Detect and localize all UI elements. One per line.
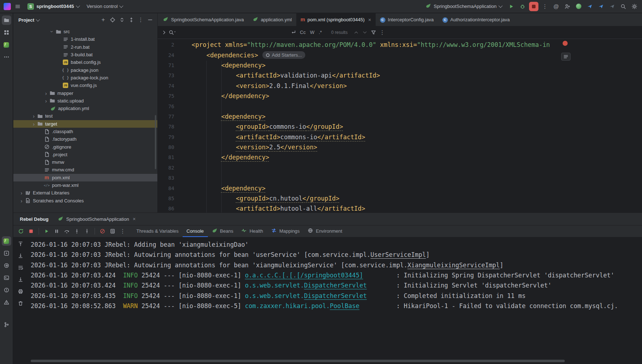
mute-breakpoints-icon[interactable]	[98, 227, 107, 236]
debug-panel-title[interactable]: Rebel Debug	[20, 216, 48, 222]
tree-item-target[interactable]: ›target	[13, 120, 157, 128]
tree-item-pom-war-xml[interactable]: </>pom-war.xml	[13, 181, 157, 189]
endpoints-icon[interactable]	[2, 261, 11, 270]
tree-item-mapper[interactable]: ›mapper	[13, 89, 157, 97]
step-out-icon[interactable]	[82, 227, 92, 236]
tree-item-src[interactable]: ›src	[13, 28, 157, 35]
tab-application-yml[interactable]: application.yml	[248, 13, 296, 26]
tab-springbootschemaapplication-java[interactable]: SpringbootSchemaApplication.java	[158, 13, 248, 26]
pause-icon[interactable]	[52, 227, 61, 236]
debug-button[interactable]	[518, 2, 527, 11]
error-marker[interactable]	[563, 41, 568, 46]
stop-button[interactable]	[529, 2, 538, 11]
tree-item-1-install-bat[interactable]: 1-install.bat	[13, 35, 157, 43]
filter-icon[interactable]	[369, 28, 378, 37]
find-input[interactable]	[179, 29, 289, 36]
code-area[interactable]: 2<project xmlns="http://maven.apache.org…	[158, 39, 642, 212]
run-button[interactable]	[507, 2, 516, 11]
tree-item-babel-config-js[interactable]: JSbabel.config.js	[13, 58, 157, 66]
project-scrollbar[interactable]	[155, 115, 156, 169]
tree-item-2-run-bat[interactable]: 2-run.bat	[13, 43, 157, 51]
project-panel-title[interactable]: Project	[18, 17, 34, 23]
chevron-icon[interactable]: ›	[49, 28, 55, 35]
more-actions-icon[interactable]: ⋮	[540, 2, 550, 11]
jrebel-icon[interactable]	[2, 40, 11, 49]
words-toggle[interactable]: W	[308, 28, 316, 36]
chevron-icon[interactable]: ›	[18, 190, 25, 196]
main-menu-icon[interactable]	[13, 2, 22, 11]
regex-toggle[interactable]: .*	[316, 28, 324, 36]
tree-item-test[interactable]: ›test	[13, 112, 157, 120]
debug-tab-health[interactable]: Health	[237, 225, 267, 237]
close-icon[interactable]: ×	[133, 216, 136, 222]
tree-item-external-libraries[interactable]: ›External Libraries	[13, 189, 157, 197]
structure-icon[interactable]	[2, 28, 11, 37]
locate-icon[interactable]	[108, 16, 117, 24]
chevron-icon[interactable]: ›	[43, 98, 49, 104]
more-v-icon[interactable]: ⋮	[118, 227, 127, 236]
project-widget[interactable]: S springboot03445	[25, 2, 82, 11]
vcs-widget[interactable]: Version control	[84, 3, 125, 10]
chevron-icon[interactable]: ›	[31, 121, 37, 127]
evaluate-icon[interactable]	[108, 227, 117, 236]
console-hscrollbar[interactable]	[31, 360, 565, 362]
tree-item-mvnw-cmd[interactable]: mvnw.cmd	[13, 166, 157, 174]
debug-tab-beans[interactable]: Beans	[208, 225, 237, 237]
add-starters-inlay[interactable]: Add Starters...	[262, 51, 305, 59]
notifications-icon[interactable]	[2, 298, 11, 307]
resume-icon[interactable]	[42, 227, 51, 236]
send-blue-icon[interactable]	[585, 2, 594, 11]
tree-item-scratches-and-consoles[interactable]: ›Scratches and Consoles	[13, 197, 157, 205]
tree-item-application-yml[interactable]: application.yml	[13, 105, 157, 112]
tree-item-factorypath[interactable]: .factorypath	[13, 135, 157, 143]
tree-item-gitignore[interactable]: .gitignore	[13, 143, 157, 150]
tree-item-package-json[interactable]: { }package.json	[13, 66, 157, 74]
at-icon[interactable]: @	[551, 2, 561, 11]
tab-pom-xml-springboot03445[interactable]: mpom.xml (springboot03445)×	[296, 13, 376, 26]
chevron-icon[interactable]: ›	[18, 198, 25, 203]
debug-tab-mappings[interactable]: Mappings	[267, 225, 303, 237]
session-tab[interactable]: SpringbootSchemaApplication ×	[54, 213, 139, 225]
swap-icon[interactable]	[118, 16, 126, 24]
rerun-icon[interactable]	[16, 227, 26, 236]
tree-item-3-build-bat[interactable]: 3-build.bat	[13, 51, 157, 58]
project-icon[interactable]	[2, 16, 11, 25]
chevron-icon[interactable]: ›	[43, 91, 49, 96]
close-icon[interactable]: ×	[368, 17, 371, 23]
debug-tab-environment[interactable]: Environment	[303, 225, 346, 237]
search-options-icon[interactable]: ⋮	[378, 28, 386, 37]
expand-search-icon[interactable]	[160, 28, 169, 37]
step-over-icon[interactable]	[62, 227, 71, 236]
collapse-icon[interactable]	[127, 16, 136, 24]
debug-tab-threads-variables[interactable]: Threads & Variables	[132, 225, 183, 237]
send-gray-icon[interactable]	[607, 2, 617, 11]
tree-item-vue-config-js[interactable]: JSvue.config.js	[13, 82, 157, 89]
newline-icon[interactable]	[289, 28, 298, 37]
stop-icon[interactable]	[26, 227, 36, 236]
kebab-icon[interactable]: ⋮	[136, 16, 145, 24]
tab-interceptorconfig-java[interactable]: CInterceptorConfig.java	[376, 13, 438, 26]
tree-item-classpath[interactable]: .classpath	[13, 128, 157, 135]
plus-icon[interactable]: +	[99, 16, 108, 24]
debug-tab-console[interactable]: Console	[183, 225, 208, 237]
add-user-icon[interactable]	[563, 2, 572, 11]
tree-item-package-lock-json[interactable]: { }package-lock.json	[13, 74, 157, 82]
editor-overlay-icon[interactable]	[561, 53, 571, 61]
search-icon[interactable]	[619, 2, 628, 11]
tree-item-project[interactable]: .project	[13, 151, 157, 158]
match-case-toggle[interactable]: Cc	[298, 28, 308, 36]
run-config-widget[interactable]: SpringbootSchemaApplication	[423, 2, 505, 11]
search-icon[interactable]	[169, 28, 177, 37]
tree-item-pom-xml[interactable]: mpom.xml	[13, 174, 157, 181]
status-green-icon[interactable]	[574, 2, 583, 11]
git-icon[interactable]	[2, 320, 11, 329]
console-output[interactable]: 2026-01-16 20:07:03 JRebel: Adding bean …	[13, 237, 642, 364]
chevron-icon[interactable]: ›	[31, 113, 37, 119]
send-blue-icon[interactable]	[596, 2, 606, 11]
next-match-icon[interactable]	[361, 28, 369, 37]
tree-item-static-upload[interactable]: ›static.upload	[13, 97, 157, 105]
rebel-debug-icon[interactable]	[2, 236, 11, 246]
more-h-icon[interactable]	[2, 52, 11, 62]
tree-item-mvnw[interactable]: mvnw	[13, 158, 157, 166]
minimize-icon[interactable]	[146, 16, 154, 24]
